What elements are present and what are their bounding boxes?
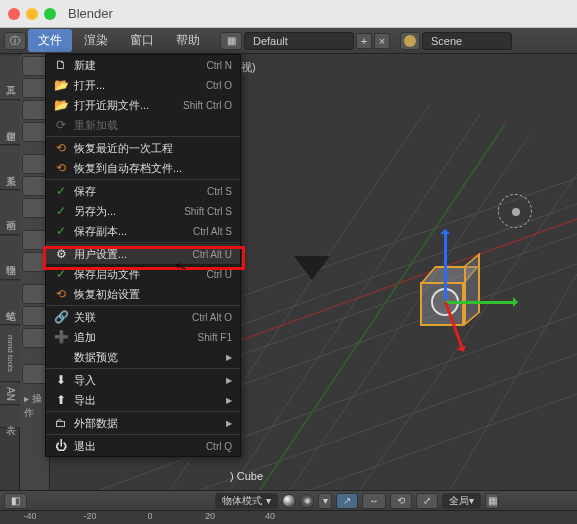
timeline-ruler[interactable]: -40 -20 0 20 40 xyxy=(0,510,577,524)
manipulator-toggle[interactable]: ↗ xyxy=(336,493,358,509)
layout-remove[interactable]: × xyxy=(374,33,390,49)
scene-selector[interactable]: Scene xyxy=(422,32,512,50)
quit-icon: ⏻ xyxy=(54,439,68,453)
tab-an[interactable]: AN xyxy=(0,383,20,405)
viewport-header: ◧ 物体模式 ▾ ◉ ▾ ↗ ↔ ⟲ ⤢ 全局 ▾ ▦ xyxy=(0,490,577,510)
menu-render[interactable]: 渲染 xyxy=(74,29,118,52)
active-object-label: ) Cube xyxy=(230,470,263,482)
mode-selector[interactable]: 物体模式 ▾ xyxy=(215,493,278,509)
check-icon: ✓ xyxy=(54,204,68,218)
tab-animation[interactable]: 动画 xyxy=(0,191,20,235)
folder-icon: 📂 xyxy=(54,78,68,92)
close-window[interactable] xyxy=(8,8,20,20)
chevron-right-icon: ▶ xyxy=(226,353,232,362)
menu-help[interactable]: 帮助 xyxy=(166,29,210,52)
menu-link[interactable]: 🔗关联Ctrl Alt O xyxy=(46,307,240,327)
menu-import[interactable]: ⬇导入▶ xyxy=(46,370,240,390)
menu-file[interactable]: 文件 xyxy=(28,29,72,52)
check-icon: ✓ xyxy=(54,224,68,238)
orientation-selector[interactable]: 全局 ▾ xyxy=(442,493,481,509)
file-icon: 🗋 xyxy=(54,58,68,72)
layout-browse-icon[interactable]: ▦ xyxy=(220,32,242,50)
chevron-right-icon: ▶ xyxy=(226,376,232,385)
recover-icon: ⟲ xyxy=(54,141,68,155)
camera-object[interactable] xyxy=(294,256,330,280)
menu-quit[interactable]: ⏻退出Ctrl Q xyxy=(46,436,240,456)
window-titlebar: Blender xyxy=(0,0,577,28)
pivot-selector[interactable]: ◉ xyxy=(300,494,314,508)
menu-save-copy[interactable]: ✓保存副本...Ctrl Alt S xyxy=(46,221,240,241)
tab-physics[interactable]: 物理 xyxy=(0,236,20,280)
z-axis-handle[interactable] xyxy=(444,230,447,300)
svg-line-5 xyxy=(310,394,577,490)
recover-icon: ⟲ xyxy=(54,161,68,175)
menu-save-as[interactable]: ✓另存为...Shift Ctrl S xyxy=(46,201,240,221)
menu-save-startup[interactable]: ✓保存启动文件Ctrl U xyxy=(46,264,240,284)
viewport-option[interactable]: ▾ xyxy=(318,493,332,509)
tab-create[interactable]: 创建 xyxy=(0,101,20,145)
recover-icon: ⟲ xyxy=(54,287,68,301)
menu-recover-last[interactable]: ⟲恢复最近的一次工程 xyxy=(46,138,240,158)
menu-open[interactable]: 📂打开...Ctrl O xyxy=(46,75,240,95)
x-axis-handle[interactable] xyxy=(445,301,517,304)
check-icon: ✓ xyxy=(54,267,68,281)
tab-table[interactable]: 表 xyxy=(0,406,20,428)
link-icon: 🔗 xyxy=(54,310,68,324)
tab-relations[interactable]: 关系 xyxy=(0,146,20,190)
app-title: Blender xyxy=(68,6,113,21)
file-menu-dropdown: 🗋新建Ctrl N 📂打开...Ctrl O 📂打开近期文件...Shift C… xyxy=(45,54,241,457)
menu-window[interactable]: 窗口 xyxy=(120,29,164,52)
menu-save[interactable]: ✓保存Ctrl S xyxy=(46,181,240,201)
menu-new[interactable]: 🗋新建Ctrl N xyxy=(46,55,240,75)
globe-icon xyxy=(404,35,416,47)
menu-restore-factory[interactable]: ⟲恢复初始设置 xyxy=(46,284,240,304)
folder-icon: 📂 xyxy=(54,98,68,112)
layers-button[interactable]: ▦ xyxy=(485,493,499,509)
chevron-right-icon: ▶ xyxy=(226,396,232,405)
tab-mmd[interactable]: mmd tools xyxy=(0,326,20,382)
scene-browse-icon[interactable] xyxy=(400,32,420,50)
check-icon: ✓ xyxy=(54,184,68,198)
chevron-right-icon: ▶ xyxy=(226,419,232,428)
external-icon: 🗀 xyxy=(54,416,68,430)
tool-tabs: 工具 创建 关系 动画 物理 蜡笔 mmd tools AN 表 xyxy=(0,54,20,490)
export-icon: ⬆ xyxy=(54,393,68,407)
menu-external-data[interactable]: 🗀外部数据▶ xyxy=(46,413,240,433)
editor-type-icon[interactable]: ◧ xyxy=(4,493,27,509)
zoom-window[interactable] xyxy=(44,8,56,20)
menu-data-preview[interactable]: 数据预览▶ xyxy=(46,347,240,367)
menu-append[interactable]: ➕追加Shift F1 xyxy=(46,327,240,347)
layout-selector[interactable]: Default xyxy=(244,32,354,50)
top-menu-bar: ⓘ 文件 渲染 窗口 帮助 ▦ Default + × Scene xyxy=(0,28,577,54)
minimize-window[interactable] xyxy=(26,8,38,20)
menu-user-prefs[interactable]: ⚙用户设置...Ctrl Alt U xyxy=(46,244,240,264)
manipulator-scale[interactable]: ⤢ xyxy=(416,493,438,509)
info-editor-icon[interactable]: ⓘ xyxy=(4,32,26,50)
append-icon: ➕ xyxy=(54,330,68,344)
menu-reload: ⟳重新加载 xyxy=(46,115,240,135)
layout-add[interactable]: + xyxy=(356,33,372,49)
menu-export[interactable]: ⬆导出▶ xyxy=(46,390,240,410)
lamp-object[interactable] xyxy=(498,194,532,228)
manipulator-translate[interactable]: ↔ xyxy=(362,493,386,509)
tab-tools[interactable]: 工具 xyxy=(0,56,20,100)
manipulator-rotate[interactable]: ⟲ xyxy=(390,493,412,509)
prefs-icon: ⚙ xyxy=(54,247,68,261)
refresh-icon: ⟳ xyxy=(54,118,68,132)
tab-grease[interactable]: 蜡笔 xyxy=(0,281,20,325)
import-icon: ⬇ xyxy=(54,373,68,387)
menu-open-recent[interactable]: 📂打开近期文件...Shift Ctrl O xyxy=(46,95,240,115)
shading-selector[interactable] xyxy=(282,494,296,508)
svg-line-8 xyxy=(290,134,530,490)
menu-recover-auto[interactable]: ⟲恢复到自动存档文件... xyxy=(46,158,240,178)
